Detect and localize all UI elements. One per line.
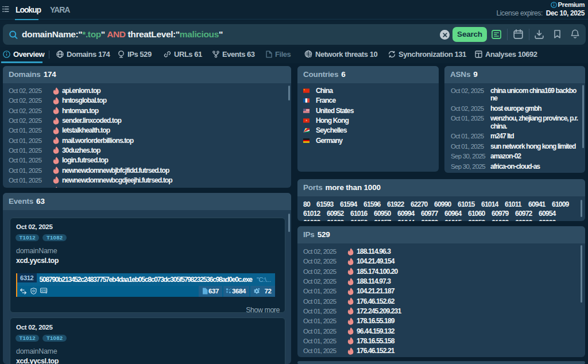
svg-text:EXE: EXE — [41, 289, 47, 292]
